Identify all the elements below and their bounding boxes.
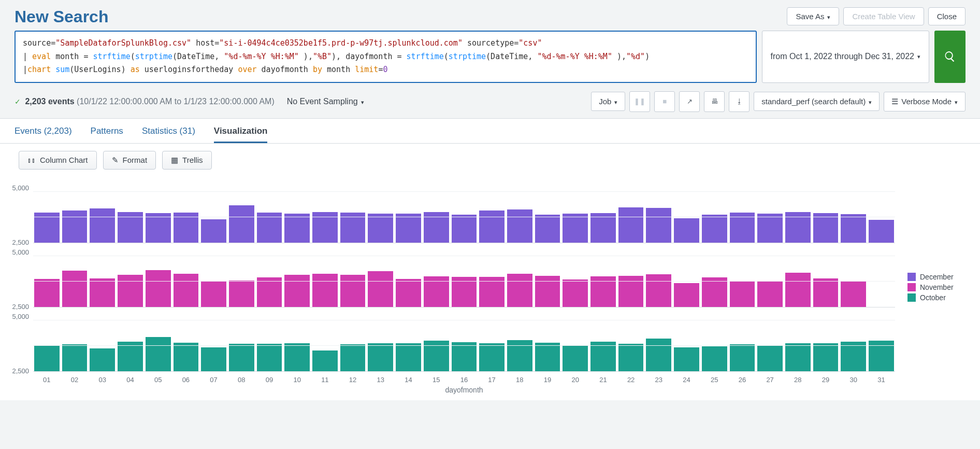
bar[interactable] — [646, 208, 671, 242]
bar[interactable] — [757, 345, 783, 371]
event-sampling-dropdown[interactable]: No Event Sampling — [287, 97, 364, 106]
chart-type-button[interactable]: ⫾⫾Column Chart — [19, 151, 97, 170]
bar[interactable] — [702, 277, 727, 306]
legend-item-november[interactable]: November — [907, 283, 968, 291]
bar[interactable] — [284, 214, 310, 242]
search-button[interactable] — [934, 31, 965, 83]
bar[interactable] — [507, 340, 532, 371]
bar[interactable] — [618, 207, 644, 242]
close-button[interactable]: Close — [928, 7, 965, 25]
bar[interactable] — [90, 348, 115, 371]
bar[interactable] — [229, 280, 254, 306]
bar[interactable] — [479, 277, 505, 306]
bar[interactable] — [340, 344, 366, 371]
search-mode-dropdown[interactable]: ☰Verbose Mode — [884, 92, 965, 111]
bar[interactable] — [841, 342, 866, 371]
bar[interactable] — [535, 276, 560, 306]
bar[interactable] — [229, 205, 254, 242]
bar[interactable] — [813, 343, 839, 371]
bar[interactable] — [62, 271, 88, 306]
bar[interactable] — [590, 213, 616, 242]
bar[interactable] — [312, 274, 338, 306]
save-as-button[interactable]: Save As — [787, 7, 839, 25]
bar[interactable] — [201, 281, 226, 307]
bar[interactable] — [396, 214, 421, 242]
bar[interactable] — [479, 211, 505, 242]
bar[interactable] — [730, 344, 755, 371]
bar[interactable] — [90, 208, 115, 242]
bar[interactable] — [368, 343, 393, 371]
bar[interactable] — [590, 342, 616, 371]
bar[interactable] — [757, 214, 783, 242]
bar[interactable] — [730, 213, 755, 242]
share-button[interactable]: ↗ — [679, 91, 700, 112]
bar[interactable] — [785, 273, 811, 306]
bar[interactable] — [813, 278, 839, 306]
bar[interactable] — [452, 277, 477, 306]
tab-statistics[interactable]: Statistics (31) — [142, 126, 195, 143]
bar[interactable] — [312, 212, 338, 242]
bar[interactable] — [535, 343, 560, 371]
bar[interactable] — [201, 219, 226, 243]
bar[interactable] — [479, 343, 505, 371]
bar[interactable] — [118, 212, 143, 242]
bar[interactable] — [618, 344, 644, 371]
bar[interactable] — [507, 274, 532, 306]
bar[interactable] — [424, 276, 449, 306]
bar[interactable] — [62, 211, 88, 242]
chart[interactable]: 5,0002,5005,0002,5005,0002,5000102030405… — [4, 181, 895, 394]
print-button[interactable]: 🖶 — [704, 91, 725, 112]
legend-item-october[interactable]: October — [907, 293, 968, 302]
bar[interactable] — [146, 270, 171, 306]
bar[interactable] — [396, 279, 421, 306]
tab-patterns[interactable]: Patterns — [91, 126, 123, 143]
bar[interactable] — [174, 213, 199, 242]
bar[interactable] — [563, 214, 588, 242]
bar[interactable] — [674, 218, 699, 243]
bar[interactable] — [146, 337, 171, 371]
bar[interactable] — [257, 213, 282, 242]
export-button[interactable]: ⭳ — [729, 91, 750, 112]
bar[interactable] — [174, 274, 199, 306]
bar[interactable] — [563, 345, 588, 371]
bar[interactable] — [62, 344, 88, 371]
bar[interactable] — [257, 277, 282, 306]
bar[interactable] — [590, 276, 616, 306]
bar[interactable] — [618, 276, 644, 306]
bar[interactable] — [396, 343, 421, 371]
bar[interactable] — [452, 215, 477, 242]
bar[interactable] — [368, 271, 393, 306]
bar[interactable] — [201, 347, 226, 371]
bar[interactable] — [229, 344, 254, 371]
format-button[interactable]: ✎Format — [103, 151, 156, 170]
trellis-button[interactable]: ▦Trellis — [162, 151, 211, 170]
tab-events[interactable]: Events (2,203) — [15, 126, 72, 143]
bar[interactable] — [368, 214, 393, 242]
bar[interactable] — [284, 275, 310, 306]
bar[interactable] — [312, 350, 338, 371]
time-range-picker[interactable]: from Oct 1, 2022 through Dec 31, 2022 — [762, 31, 930, 83]
tab-visualization[interactable]: Visualization — [214, 126, 268, 143]
workload-dropdown[interactable]: standard_perf (search default) — [754, 92, 880, 111]
bar[interactable] — [730, 281, 755, 307]
bar[interactable] — [646, 274, 671, 306]
bar[interactable] — [757, 281, 783, 307]
bar[interactable] — [34, 345, 60, 371]
bar[interactable] — [146, 213, 171, 242]
bar[interactable] — [869, 220, 894, 243]
bar[interactable] — [174, 343, 199, 371]
bar[interactable] — [785, 212, 811, 242]
bar[interactable] — [340, 213, 366, 242]
bar[interactable] — [118, 275, 143, 306]
bar[interactable] — [424, 212, 449, 242]
bar[interactable] — [535, 215, 560, 242]
bar[interactable] — [284, 343, 310, 371]
bar[interactable] — [563, 279, 588, 306]
bar[interactable] — [674, 347, 699, 371]
bar[interactable] — [452, 342, 477, 371]
bar[interactable] — [118, 342, 143, 371]
job-menu[interactable]: Job — [591, 92, 625, 111]
legend-item-december[interactable]: December — [907, 273, 968, 281]
bar[interactable] — [257, 344, 282, 371]
bar[interactable] — [674, 283, 699, 307]
